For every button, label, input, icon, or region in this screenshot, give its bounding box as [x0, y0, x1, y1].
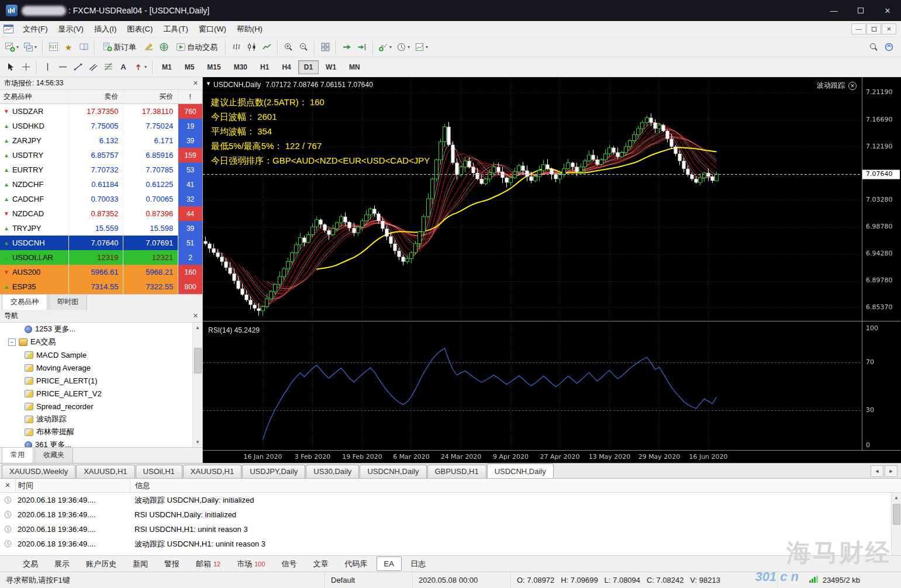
timeframe-button-w1[interactable]: W1 — [320, 60, 342, 74]
child-minimize-button[interactable]: — — [851, 23, 866, 34]
vertical-line-tool-button[interactable] — [40, 60, 55, 75]
tab-tick-chart[interactable]: 即时图 — [49, 295, 87, 310]
market-watch-row[interactable]: ▲TRYJPY15.55915.59839 — [0, 221, 202, 236]
tree-collapse-toggle[interactable]: − — [8, 338, 16, 346]
zoom-in-button[interactable] — [281, 40, 296, 55]
indicator-remove-button[interactable]: ✕ — [848, 82, 857, 90]
scroll-up-button[interactable]: ▲ — [892, 493, 901, 503]
navigator-item[interactable]: 布林带提醒 — [0, 426, 202, 438]
market-watch-row[interactable]: ▲EURTRY7.707327.7078553 — [0, 162, 202, 177]
column-header-spread[interactable]: ! — [178, 90, 202, 103]
terminal-tab[interactable]: EA — [377, 556, 402, 571]
menu-item[interactable]: 显示(V) — [53, 22, 89, 36]
terminal-tab[interactable]: 交易 — [15, 556, 46, 572]
templates-button[interactable]: ▾ — [412, 40, 430, 55]
terminal-tab[interactable]: 信号 — [274, 556, 305, 572]
menu-item[interactable]: 帮助(H) — [232, 22, 268, 36]
favorites-button[interactable]: ★ — [61, 40, 76, 55]
chart-tab[interactable]: XAUUSD,Weekly — [2, 465, 75, 478]
timeframe-button-m5[interactable]: M5 — [179, 60, 201, 74]
horizontal-line-tool-button[interactable] — [55, 60, 70, 75]
child-restore-button[interactable] — [867, 23, 881, 34]
navigator-item[interactable]: 361 更多... — [0, 438, 202, 447]
navigator-close-button[interactable]: ✕ — [193, 312, 198, 320]
market-watch-row[interactable]: ▲USDCNH7.076407.0769151 — [0, 236, 202, 250]
terminal-tab[interactable]: 市场100 — [229, 556, 272, 572]
scrollbar-thumb[interactable] — [893, 504, 900, 525]
market-watch-row[interactable]: ▼NZDCAD0.873520.8739644 — [0, 206, 202, 221]
menu-item[interactable]: 插入(I) — [89, 22, 122, 36]
navigator-scrollbar[interactable]: ▲ ▼ — [192, 323, 202, 447]
crosshair-tool-button[interactable] — [18, 60, 33, 75]
terminal-tab[interactable]: 代码库 — [337, 556, 375, 572]
auto-scroll-button[interactable] — [339, 40, 354, 55]
chart-tab[interactable]: US30,Daily — [306, 465, 359, 478]
market-watch-row[interactable]: ▲ZARJPY6.1326.17139 — [0, 133, 202, 148]
column-header-symbol[interactable]: 交易品种 — [0, 90, 69, 103]
market-watch-row[interactable]: ▲ESP357314.557322.55800 — [0, 279, 202, 294]
trendline-tool-button[interactable] — [70, 60, 85, 75]
terminal-tab[interactable]: 新闻 — [125, 556, 156, 572]
autotrading-button[interactable]: 自动交易 — [171, 40, 222, 55]
zoom-out-button[interactable] — [296, 40, 311, 55]
navigator-toggle[interactable] — [76, 40, 91, 55]
menu-item[interactable]: 窗口(W) — [194, 22, 232, 36]
navigator-item[interactable]: 波动跟踪 — [0, 413, 202, 426]
arrows-tool-button[interactable]: ▾ — [131, 60, 149, 75]
chart-tab[interactable]: USDCNH,Daily — [360, 465, 426, 478]
column-header-bid[interactable]: 卖价 — [69, 90, 124, 103]
minimize-button[interactable]: — — [820, 0, 847, 21]
tab-favorites[interactable]: 收藏夹 — [34, 448, 73, 464]
market-watch-close-button[interactable]: ✕ — [193, 79, 198, 87]
market-watch-row[interactable]: ▲USDOLLAR12319123212 — [0, 250, 202, 265]
fibonacci-tool-button[interactable] — [101, 60, 116, 75]
metaeditor-button[interactable] — [141, 40, 156, 55]
terminal-tab[interactable]: 文章 — [306, 556, 336, 572]
tab-common[interactable]: 常用 — [2, 448, 33, 464]
market-watch-toggle[interactable] — [46, 40, 61, 55]
column-header-time[interactable]: 时间 — [15, 479, 130, 492]
navigator-item[interactable]: Moving Average — [0, 361, 202, 374]
navigator-item[interactable]: MACD Sample — [0, 348, 202, 361]
navigator-item[interactable]: PRICE_ALERT_V2 — [0, 387, 202, 400]
market-watch-row[interactable]: ▼USDZAR17.3735017.38110760 — [0, 104, 202, 119]
menu-item[interactable]: 工具(T) — [158, 22, 194, 36]
market-watch-row[interactable]: ▲USDHKD7.750057.7502419 — [0, 119, 202, 133]
chart-tab[interactable]: USOil,H1 — [136, 465, 182, 478]
indicators-button[interactable]: ▾ — [376, 40, 394, 55]
column-header-ask[interactable]: 买价 — [123, 90, 178, 103]
timeframe-button-m30[interactable]: M30 — [228, 60, 253, 74]
timeframe-button-m15[interactable]: M15 — [201, 60, 226, 74]
search-button[interactable] — [866, 40, 881, 55]
chart-tab[interactable]: XAUUSD,H1 — [183, 465, 241, 478]
cursor-tool-button[interactable] — [3, 60, 18, 75]
community-button[interactable] — [881, 40, 896, 55]
terminal-tab[interactable]: 日志 — [403, 556, 433, 572]
navigator-item[interactable]: −EA交易 — [0, 335, 202, 348]
market-watch-row[interactable]: ▼AUS2005966.615968.21160 — [0, 265, 202, 279]
market-watch-row[interactable]: ▲CADCHF0.700330.7006532 — [0, 192, 202, 206]
chart-tab[interactable]: GBPUSD,H1 — [427, 465, 486, 478]
timeframe-button-d1[interactable]: D1 — [298, 60, 319, 74]
menu-item[interactable]: 文件(F) — [18, 22, 53, 36]
tabs-scroll-left-button[interactable]: ◄ — [871, 465, 883, 477]
scroll-up-button[interactable]: ▲ — [193, 323, 203, 333]
timeframe-button-h4[interactable]: H4 — [276, 60, 296, 74]
text-tool-button[interactable]: A — [116, 60, 131, 75]
scrollbar-thumb[interactable] — [194, 348, 202, 373]
navigator-item[interactable]: PRICE_ALERT(1) — [0, 374, 202, 387]
menu-item[interactable]: 图表(C) — [122, 22, 158, 36]
chart-tab[interactable]: USDJPY,Daily — [242, 465, 305, 478]
tabs-scroll-right-button[interactable]: ► — [885, 465, 897, 477]
periods-button[interactable]: ▾ — [394, 40, 412, 55]
terminal-scrollbar[interactable]: ▲ — [891, 493, 901, 555]
new-order-button[interactable]: 新订单 — [98, 40, 141, 55]
tab-symbols[interactable]: 交易品种 — [2, 295, 47, 310]
column-header-message[interactable]: 信息 — [130, 479, 901, 492]
market-watch-row[interactable]: ▲NZDCHF0.611840.6122541 — [0, 177, 202, 192]
chart-shift-button[interactable] — [354, 40, 370, 55]
status-profile[interactable]: Default — [325, 572, 413, 588]
terminal-close-button[interactable]: ✕ — [0, 482, 15, 489]
chart-tab[interactable]: USDCNH,Daily — [487, 464, 554, 478]
timeframe-button-mn[interactable]: MN — [343, 60, 366, 74]
